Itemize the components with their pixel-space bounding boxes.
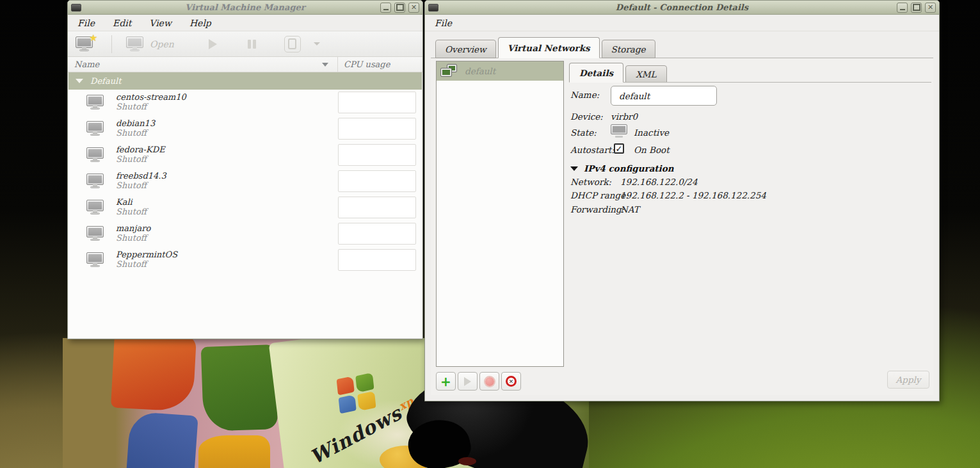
sort-arrow-icon xyxy=(322,63,328,67)
open-vm-icon xyxy=(126,36,143,51)
dhcp-range-value: 192.168.122.2 - 192.168.122.254 xyxy=(620,190,766,200)
vm-group-row-default[interactable]: Default xyxy=(68,72,422,90)
vm-row[interactable]: PeppermintOS Shutoff xyxy=(68,247,422,273)
conn-window-title: Default - Connection Details xyxy=(425,3,939,12)
menu-view[interactable]: View xyxy=(149,18,172,28)
cpu-usage-sparkline xyxy=(338,170,416,192)
close-button[interactable] xyxy=(408,3,419,13)
vm-monitor-icon xyxy=(86,173,104,188)
vm-state: Shutoff xyxy=(116,259,147,269)
virtual-networks-page: default + ✕ Details XML Name: Device: vi… xyxy=(431,58,933,395)
shutdown-vm-icon[interactable] xyxy=(284,36,301,52)
vm-state: Shutoff xyxy=(116,128,147,138)
cpu-usage-sparkline xyxy=(338,197,416,218)
name-column-header[interactable]: Name xyxy=(68,57,337,72)
expander-down-icon xyxy=(570,166,578,171)
vm-row[interactable]: centos-stream10 Shutoff xyxy=(68,90,422,116)
network-icon xyxy=(441,65,458,77)
open-button-label: Open xyxy=(150,39,174,49)
run-vm-icon[interactable] xyxy=(209,39,217,49)
autostart-checkbox[interactable] xyxy=(614,143,624,154)
minimize-button[interactable] xyxy=(380,3,391,13)
delete-network-button[interactable]: ✕ xyxy=(501,372,521,391)
vm-state: Shutoff xyxy=(116,207,147,216)
vm-monitor-icon xyxy=(86,121,104,136)
state-label: State: xyxy=(570,127,597,138)
tab-storage[interactable]: Storage xyxy=(602,40,655,58)
vm-state: Shutoff xyxy=(116,181,147,190)
vm-monitor-icon xyxy=(86,147,104,162)
add-network-button[interactable]: + xyxy=(436,372,456,391)
plus-icon: + xyxy=(440,375,451,388)
menu-file[interactable]: File xyxy=(435,18,452,28)
stop-network-button[interactable] xyxy=(479,372,499,391)
expander-icon[interactable] xyxy=(76,79,83,83)
maximize-button[interactable] xyxy=(394,3,405,13)
vmm-titlebar[interactable]: Virtual Machine Manager xyxy=(68,1,422,15)
vm-list-header: Name CPU usage xyxy=(68,57,422,72)
vmm-window-title: Virtual Machine Manager xyxy=(68,3,422,12)
menu-file[interactable]: File xyxy=(77,18,95,28)
device-label: Device: xyxy=(570,111,603,122)
vm-row[interactable]: fedora-KDE Shutoff xyxy=(68,142,422,168)
vm-row[interactable]: freebsd14.3 Shutoff xyxy=(68,168,422,195)
cpu-column-label: CPU usage xyxy=(344,60,390,69)
vmm-window: Virtual Machine Manager File Edit View H… xyxy=(67,0,423,339)
tab-xml[interactable]: XML xyxy=(625,65,666,83)
new-vm-button[interactable]: ★ xyxy=(76,35,97,53)
network-name-input[interactable] xyxy=(611,86,717,106)
virt-manager-icon xyxy=(428,4,438,12)
menu-edit[interactable]: Edit xyxy=(113,18,131,28)
vm-group-label: Default xyxy=(90,76,121,86)
toolbar-separator xyxy=(111,35,112,53)
menu-help[interactable]: Help xyxy=(189,18,211,28)
start-network-button[interactable] xyxy=(458,372,478,391)
virt-manager-icon xyxy=(71,4,81,12)
conn-titlebar[interactable]: Default - Connection Details xyxy=(425,1,939,15)
vm-name: fedora-KDE xyxy=(116,145,165,154)
forwarding-value: NAT xyxy=(620,204,639,214)
minimize-button[interactable] xyxy=(897,3,908,13)
ipv4-header-label: IPv4 configuration xyxy=(584,163,674,173)
tab-overview[interactable]: Overview xyxy=(435,40,496,58)
vm-monitor-icon xyxy=(86,226,104,241)
network-list-item-default[interactable]: default xyxy=(437,61,563,81)
tab-virtual-networks[interactable]: Virtual Networks xyxy=(498,37,600,58)
windows-flag-red-quadrant xyxy=(111,338,197,412)
tab-details[interactable]: Details xyxy=(569,63,623,83)
delete-icon: ✕ xyxy=(506,376,517,387)
autostart-label: Autostart: xyxy=(570,145,615,155)
vm-row[interactable]: manjaro Shutoff xyxy=(68,221,422,247)
cpu-usage-sparkline xyxy=(338,223,416,245)
cpu-usage-sparkline xyxy=(338,144,416,166)
windows-flag-yellow-quadrant xyxy=(198,435,270,468)
cpu-usage-sparkline xyxy=(338,249,416,271)
vmm-toolbar: ★ Open xyxy=(68,31,422,57)
vm-monitor-icon xyxy=(86,200,104,214)
open-vm-button[interactable]: Open xyxy=(126,36,174,51)
vm-name: debian13 xyxy=(116,118,155,128)
star-icon: ★ xyxy=(89,33,97,43)
wallpaper-red-detail xyxy=(458,457,476,465)
conn-menubar: File xyxy=(425,15,939,31)
ipv4-expander[interactable]: IPv4 configuration xyxy=(570,163,674,173)
vm-row[interactable]: debian13 Shutoff xyxy=(68,116,422,142)
state-value: Inactive xyxy=(634,127,669,138)
vm-state: Shutoff xyxy=(116,233,147,243)
name-label: Name: xyxy=(570,90,599,100)
vm-name: freebsd14.3 xyxy=(116,171,166,181)
apply-button[interactable]: Apply xyxy=(887,371,929,389)
vmm-menubar: File Edit View Help xyxy=(68,15,422,31)
shutdown-dropdown-icon[interactable] xyxy=(314,42,320,45)
close-button[interactable] xyxy=(925,3,936,13)
cpu-column-header[interactable]: CPU usage xyxy=(337,57,422,72)
vm-list: Default centos-stream10 Shutoff debian13… xyxy=(68,72,422,338)
cpu-usage-sparkline xyxy=(338,92,416,113)
maximize-button[interactable] xyxy=(911,3,922,13)
stop-icon xyxy=(485,377,494,386)
vm-monitor-icon xyxy=(86,252,104,267)
network-detail-tabs: Details XML xyxy=(569,61,669,83)
pause-vm-icon[interactable] xyxy=(248,40,256,49)
conn-tabs: Overview Virtual Networks Storage xyxy=(435,36,657,58)
vm-row[interactable]: Kali Shutoff xyxy=(68,195,422,221)
